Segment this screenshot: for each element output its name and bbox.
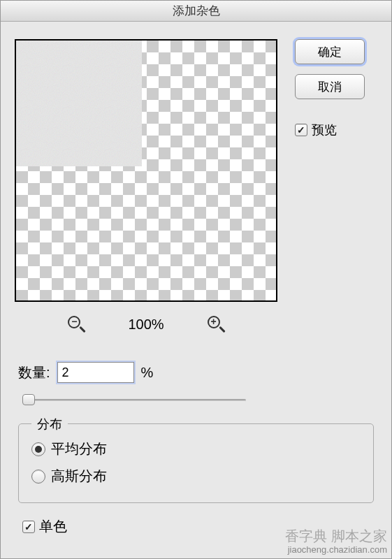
right-column: 确定 取消 预览: [295, 39, 365, 348]
watermark: 香字典 脚本之家 jiaocheng.chazidian.com: [285, 528, 387, 556]
left-column: − 100% +: [15, 39, 277, 348]
monochrome-label: 单色: [39, 517, 67, 536]
slider-track: [22, 399, 246, 402]
zoom-out-button[interactable]: −: [66, 314, 86, 334]
zoom-row: − 100% +: [15, 307, 277, 348]
zoom-in-icon: +: [207, 315, 225, 333]
preview-checkbox-label: 预览: [312, 122, 337, 138]
amount-label: 数量:: [18, 363, 50, 382]
cancel-button[interactable]: 取消: [295, 74, 365, 99]
watermark-main: 香字典 脚本之家: [285, 528, 387, 544]
preview-canvas[interactable]: [15, 39, 277, 302]
distribution-option-gaussian[interactable]: 高斯分布: [31, 463, 361, 490]
amount-input[interactable]: [57, 362, 134, 383]
radio-gaussian[interactable]: [31, 470, 45, 484]
slider-thumb[interactable]: [22, 394, 35, 405]
dialog-title: 添加杂色: [1, 1, 391, 22]
preview-wrapper: [15, 39, 277, 302]
distribution-group: 分布 平均分布 高斯分布: [18, 423, 374, 503]
amount-slider[interactable]: [22, 393, 246, 407]
monochrome-checkbox[interactable]: [22, 521, 35, 533]
preview-noise-swatch: [16, 41, 142, 166]
watermark-sub: jiaocheng.chazidian.com: [285, 544, 387, 556]
add-noise-dialog: 添加杂色 − 100% +: [0, 0, 392, 559]
bottom-section: 数量: % 分布 平均分布 高斯分布 单色: [1, 362, 391, 536]
radio-uniform-label: 平均分布: [51, 440, 107, 458]
distribution-option-uniform[interactable]: 平均分布: [31, 435, 361, 463]
preview-checkbox-row: 预览: [295, 122, 365, 138]
distribution-group-label: 分布: [31, 416, 68, 433]
amount-unit: %: [141, 365, 154, 381]
radio-uniform[interactable]: [31, 442, 45, 456]
dialog-content: − 100% + 确定 取消 预览: [1, 22, 391, 362]
zoom-level-label: 100%: [128, 317, 164, 333]
radio-gaussian-label: 高斯分布: [51, 467, 107, 486]
preview-checkbox[interactable]: [295, 124, 307, 136]
zoom-in-button[interactable]: +: [206, 314, 226, 334]
ok-button[interactable]: 确定: [295, 39, 365, 64]
zoom-out-icon: −: [67, 315, 85, 333]
amount-row: 数量: %: [18, 362, 374, 383]
